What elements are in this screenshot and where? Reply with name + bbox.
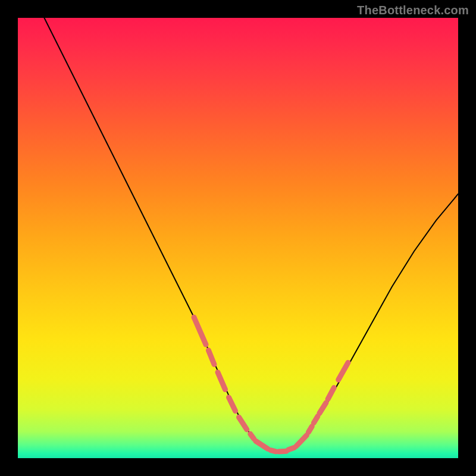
highlight-dash xyxy=(308,427,312,433)
highlight-dash xyxy=(271,450,276,452)
plot-area xyxy=(18,18,458,458)
highlight-dash xyxy=(339,362,348,380)
highlight-dash xyxy=(278,451,286,452)
chart-frame: TheBottleneck.com xyxy=(0,0,476,476)
highlight-dash xyxy=(328,388,334,399)
highlight-dash xyxy=(314,416,318,423)
highlight-dash xyxy=(296,436,307,447)
highlight-dash xyxy=(229,397,236,411)
highlight-dash xyxy=(239,417,247,430)
highlight-dash xyxy=(208,350,214,365)
highlight-dash xyxy=(256,441,268,449)
highlight-dash xyxy=(194,317,206,345)
highlight-dash xyxy=(288,447,294,450)
highlight-dash xyxy=(320,403,326,414)
watermark-text: TheBottleneck.com xyxy=(357,4,469,17)
highlight-dash xyxy=(218,372,226,390)
highlight-dash xyxy=(250,434,254,439)
curve-layer xyxy=(18,18,458,458)
bottleneck-curve xyxy=(44,18,458,452)
highlight-dashes xyxy=(194,317,348,452)
